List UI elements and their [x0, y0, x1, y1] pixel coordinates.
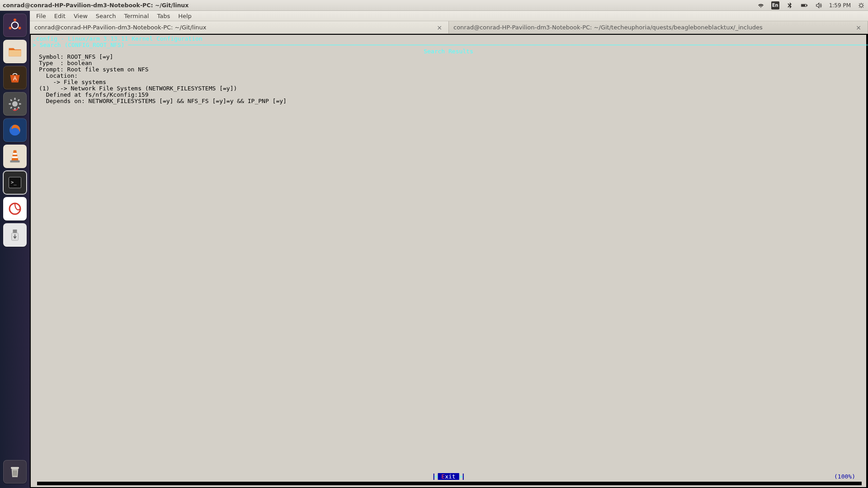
- tab-label: conrad@conrad-HP-Pavilion-dm3-Notebook-P…: [453, 24, 854, 31]
- menu-tabs[interactable]: Tabs: [153, 12, 174, 20]
- pdf-reader-icon[interactable]: [3, 197, 27, 221]
- svg-point-2: [12, 22, 19, 29]
- close-icon[interactable]: ×: [435, 24, 444, 31]
- svg-point-1: [860, 4, 863, 7]
- menu-edit[interactable]: Edit: [51, 12, 69, 20]
- menuconfig-screen: .config - Linux/arm 3.13.11 Kernel Confi…: [31, 35, 866, 487]
- bluetooth-icon[interactable]: [786, 1, 794, 9]
- settings-icon[interactable]: [3, 92, 27, 116]
- svg-point-3: [14, 19, 16, 21]
- tab-2[interactable]: conrad@conrad-HP-Pavilion-dm3-Notebook-P…: [449, 21, 868, 33]
- system-tray: En 1:59 PM: [757, 1, 865, 9]
- menu-file[interactable]: File: [33, 12, 50, 20]
- svg-rect-0: [802, 5, 805, 6]
- software-center-icon[interactable]: A: [3, 66, 27, 89]
- dash-icon[interactable]: [3, 14, 27, 37]
- firefox-icon[interactable]: [3, 118, 27, 142]
- terminal-window: File Edit View Search Terminal Tabs Help…: [30, 11, 868, 488]
- wifi-icon[interactable]: [757, 1, 765, 9]
- tab-label: conrad@conrad-HP-Pavilion-dm3-Notebook-P…: [34, 24, 435, 31]
- vlc-icon[interactable]: [3, 145, 27, 168]
- keyboard-lang-indicator[interactable]: En: [771, 1, 779, 9]
- menu-view[interactable]: View: [70, 12, 91, 20]
- window-title: conrad@conrad-HP-Pavilion-dm3-Notebook-P…: [3, 2, 757, 9]
- tab-1[interactable]: conrad@conrad-HP-Pavilion-dm3-Notebook-P…: [30, 21, 449, 33]
- menu-search[interactable]: Search: [92, 12, 120, 20]
- usb-device-icon[interactable]: [3, 223, 27, 247]
- svg-rect-16: [13, 230, 17, 233]
- clock[interactable]: 1:59 PM: [829, 2, 851, 9]
- svg-rect-11: [12, 156, 18, 158]
- svg-point-4: [9, 27, 12, 29]
- svg-text:>_: >_: [11, 179, 17, 185]
- svg-rect-6: [9, 50, 21, 56]
- box-shadow: [37, 482, 862, 485]
- menu-terminal[interactable]: Terminal: [120, 12, 152, 20]
- volume-icon[interactable]: [815, 1, 823, 9]
- trash-icon[interactable]: [3, 460, 27, 483]
- exit-button[interactable]: < Exit >: [434, 474, 464, 480]
- power-icon[interactable]: [857, 1, 865, 9]
- menubar: File Edit View Search Terminal Tabs Help: [30, 11, 868, 21]
- svg-rect-18: [11, 467, 19, 469]
- terminal-viewport[interactable]: .config - Linux/arm 3.13.11 Kernel Confi…: [30, 34, 868, 488]
- menu-help[interactable]: Help: [175, 12, 195, 20]
- battery-icon[interactable]: [800, 1, 808, 9]
- svg-text:A: A: [13, 75, 17, 82]
- kconfig-header: .config - Linux/arm 3.13.11 Kernel Confi…: [31, 35, 866, 42]
- svg-point-5: [19, 27, 21, 29]
- unity-launcher: A >_: [0, 11, 30, 488]
- system-top-bar: conrad@conrad-HP-Pavilion-dm3-Notebook-P…: [0, 0, 868, 11]
- close-icon[interactable]: ×: [854, 24, 863, 31]
- svg-point-8: [12, 101, 18, 107]
- terminal-icon[interactable]: >_: [3, 171, 27, 194]
- svg-rect-12: [10, 160, 20, 163]
- search-results-body: Symbol: ROOT_NFS [=y] Type : boolean Pro…: [39, 54, 858, 104]
- files-icon[interactable]: [3, 40, 27, 63]
- svg-rect-10: [13, 153, 17, 155]
- scroll-percent: (100%): [834, 474, 855, 480]
- kconfig-breadcrumb: > Search (CONFIG_ROOT_NFS) ─────────────…: [31, 42, 866, 48]
- tab-bar: conrad@conrad-HP-Pavilion-dm3-Notebook-P…: [30, 21, 868, 34]
